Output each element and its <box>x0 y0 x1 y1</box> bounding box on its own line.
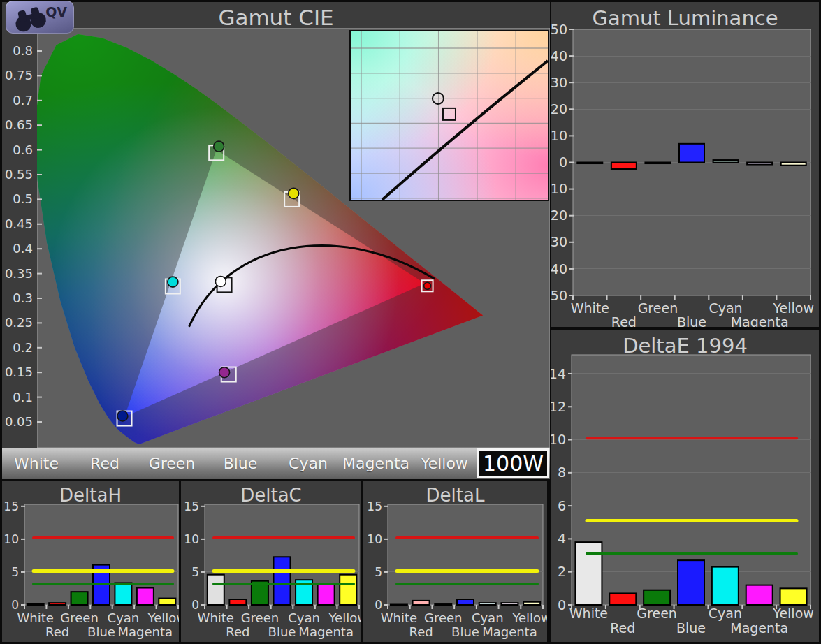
svg-text:0: 0 <box>375 598 382 612</box>
svg-text:Red: Red <box>611 314 637 327</box>
cie-y-tick-label: 0.05 <box>2 414 33 429</box>
svg-text:Blue: Blue <box>87 624 115 639</box>
cie-y-tick-label: 0.3 <box>2 291 33 305</box>
svg-text:Red: Red <box>45 624 69 639</box>
svg-text:-20: -20 <box>551 207 567 223</box>
svg-text:10: 10 <box>184 532 199 546</box>
svg-text:Magenta: Magenta <box>298 624 354 639</box>
svg-text:Magenta: Magenta <box>118 624 173 639</box>
svg-text:White: White <box>569 606 608 621</box>
svg-text:Green: Green <box>241 610 279 625</box>
panel-gamut-cie: Gamut CIE 0.80.750.70.650.60.550.50.450.… <box>2 2 550 448</box>
svg-text:Magenta: Magenta <box>731 314 789 327</box>
svg-text:50: 50 <box>551 22 567 37</box>
svg-text:White: White <box>17 610 54 625</box>
svg-text:White: White <box>381 610 417 625</box>
panel-deltae-1994: DeltaE 1994 02468101214WhiteRedGreenBlue… <box>551 330 819 642</box>
deltae-1994-bar-chart: 02468101214WhiteRedGreenBlueCyanMagentaY… <box>551 330 819 642</box>
svg-text:Blue: Blue <box>676 620 706 636</box>
svg-text:Blue: Blue <box>451 624 479 639</box>
svg-text:Yellow: Yellow <box>147 610 179 625</box>
svg-text:40: 40 <box>551 48 567 64</box>
svg-text:15: 15 <box>3 499 19 513</box>
cie-y-tick-label: 0.45 <box>2 217 33 231</box>
cie-y-tick-label: 0.65 <box>2 117 33 132</box>
svg-text:Cyan: Cyan <box>108 610 140 625</box>
cie-y-tick-label: 0.35 <box>2 266 33 281</box>
legend-item-red[interactable]: Red <box>90 455 119 472</box>
svg-text:Red: Red <box>409 624 433 639</box>
cie-y-tick-label: 0.15 <box>2 365 33 379</box>
svg-text:Magenta: Magenta <box>482 624 537 639</box>
svg-text:Green: Green <box>638 300 678 316</box>
legend-item-cyan[interactable]: Cyan <box>289 455 328 472</box>
svg-text:-30: -30 <box>551 234 567 249</box>
svg-text:Green: Green <box>637 606 677 621</box>
svg-text:-10: -10 <box>551 181 567 196</box>
color-legend-bar: WhiteRedGreenBlueCyanMagentaYellow 100W <box>2 448 550 479</box>
cie-y-tick-label: 0.5 <box>2 191 33 206</box>
svg-text:0: 0 <box>11 598 19 612</box>
qv-logo-button[interactable]: QV <box>6 1 74 34</box>
panel-gamut-luminance: Gamut Luminance -50-40-30-20-10010203040… <box>551 2 819 327</box>
svg-text:Green: Green <box>60 610 99 625</box>
svg-text:10: 10 <box>551 432 566 447</box>
svg-text:Green: Green <box>424 610 463 625</box>
svg-text:5: 5 <box>375 565 382 579</box>
svg-text:0: 0 <box>559 154 567 170</box>
svg-text:10: 10 <box>3 532 19 546</box>
svg-text:10: 10 <box>367 532 382 546</box>
logo-text: QV <box>45 4 67 20</box>
svg-text:-40: -40 <box>551 261 567 277</box>
deltah-bar-chart: 051015WhiteRedGreenBlueCyanMagentaYellow <box>2 481 179 642</box>
svg-text:0: 0 <box>558 597 566 613</box>
panel-deltah: DeltaH 051015WhiteRedGreenBlueCyanMagent… <box>2 481 179 642</box>
svg-text:20: 20 <box>551 101 567 117</box>
svg-text:Cyan: Cyan <box>472 610 504 625</box>
svg-text:5: 5 <box>191 565 199 579</box>
svg-text:Yellow: Yellow <box>511 610 547 625</box>
app-window: QV Gamut CIE 0.80.750.70.650.60.550.50.4… <box>0 0 821 644</box>
svg-text:12: 12 <box>551 399 566 414</box>
cie-y-tick-label: 0.2 <box>2 340 33 355</box>
svg-text:14: 14 <box>551 366 566 381</box>
gamut-luminance-bar-chart: -50-40-30-20-1001020304050WhiteRedGreenB… <box>551 2 819 327</box>
panel-deltac: DeltaC 051015WhiteRedGreenBlueCyanMagent… <box>181 481 361 642</box>
svg-text:Cyan: Cyan <box>709 606 742 621</box>
svg-text:White: White <box>198 610 234 625</box>
legend-item-blue[interactable]: Blue <box>224 455 258 472</box>
cie-y-tick-label: 0.4 <box>2 241 33 256</box>
svg-text:0: 0 <box>191 598 199 612</box>
signal-level-button[interactable]: 100W <box>477 448 549 478</box>
cie-y-tick-label: 0.25 <box>2 315 33 330</box>
svg-text:Magenta: Magenta <box>730 620 788 636</box>
legend-item-yellow[interactable]: Yellow <box>421 455 468 472</box>
white-point-zoom-inset <box>349 30 549 201</box>
legend-item-white[interactable]: White <box>14 455 59 472</box>
svg-text:6: 6 <box>558 498 566 513</box>
svg-text:4: 4 <box>558 531 566 546</box>
cie-y-tick-label: 0.1 <box>2 390 33 404</box>
svg-text:Blue: Blue <box>268 624 296 639</box>
svg-text:30: 30 <box>551 75 567 90</box>
svg-text:-50: -50 <box>551 288 567 303</box>
cie-y-tick-label: 0.75 <box>2 68 33 82</box>
legend-item-green[interactable]: Green <box>149 455 196 472</box>
svg-text:White: White <box>571 300 609 316</box>
svg-text:Red: Red <box>226 624 249 639</box>
svg-text:2: 2 <box>558 564 566 579</box>
svg-text:5: 5 <box>11 565 19 579</box>
svg-text:Yellow: Yellow <box>772 606 814 621</box>
cie-y-tick-label: 0.6 <box>2 142 33 157</box>
deltal-bar-chart: 051015WhiteRedGreenBlueCyanMagentaYellow <box>363 481 547 642</box>
svg-text:Yellow: Yellow <box>772 300 814 316</box>
svg-text:10: 10 <box>551 128 567 143</box>
deltac-bar-chart: 051015WhiteRedGreenBlueCyanMagentaYellow <box>181 481 361 642</box>
svg-text:15: 15 <box>367 499 382 513</box>
svg-text:15: 15 <box>184 499 199 513</box>
cie-y-tick-label: 0.8 <box>2 43 33 58</box>
svg-text:Blue: Blue <box>677 314 706 327</box>
svg-text:Yellow: Yellow <box>328 610 361 625</box>
svg-text:Red: Red <box>610 620 635 636</box>
legend-item-magenta[interactable]: Magenta <box>342 455 409 472</box>
